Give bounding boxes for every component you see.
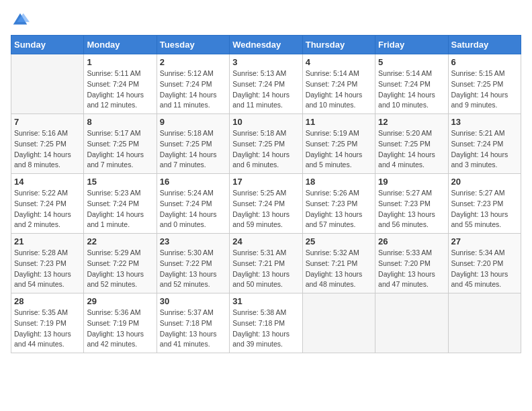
day-number: 23 (160, 236, 226, 246)
day-info: Sunrise: 5:14 AMSunset: 7:24 PMDaylight:… (306, 68, 372, 111)
day-number: 14 (14, 177, 81, 187)
header-thursday: Thursday (302, 36, 375, 54)
calendar-cell: 11Sunrise: 5:19 AMSunset: 7:25 PMDayligh… (302, 114, 375, 174)
calendar-body: 1Sunrise: 5:11 AMSunset: 7:24 PMDaylight… (11, 54, 521, 353)
calendar-week-3: 14Sunrise: 5:22 AMSunset: 7:24 PMDayligh… (11, 174, 521, 234)
day-info: Sunrise: 5:25 AMSunset: 7:24 PMDaylight:… (232, 188, 299, 230)
day-number: 12 (378, 117, 445, 127)
calendar-cell: 22Sunrise: 5:29 AMSunset: 7:22 PMDayligh… (84, 234, 157, 293)
calendar-cell (302, 293, 375, 353)
day-info: Sunrise: 5:16 AMSunset: 7:25 PMDaylight:… (14, 128, 81, 171)
calendar-cell: 15Sunrise: 5:23 AMSunset: 7:24 PMDayligh… (84, 174, 157, 234)
day-info: Sunrise: 5:26 AMSunset: 7:23 PMDaylight:… (306, 188, 372, 230)
day-info: Sunrise: 5:27 AMSunset: 7:23 PMDaylight:… (378, 188, 445, 230)
day-number: 7 (14, 117, 81, 127)
day-info: Sunrise: 5:31 AMSunset: 7:21 PMDaylight:… (232, 248, 299, 290)
header-saturday: Saturday (448, 36, 521, 54)
day-info: Sunrise: 5:19 AMSunset: 7:25 PMDaylight:… (306, 128, 372, 171)
day-number: 27 (451, 236, 518, 246)
header-tuesday: Tuesday (157, 36, 229, 54)
day-number: 18 (306, 177, 372, 187)
day-number: 21 (14, 236, 81, 246)
day-number: 3 (232, 57, 299, 67)
day-info: Sunrise: 5:14 AMSunset: 7:24 PMDaylight:… (378, 68, 445, 111)
logo-icon (11, 11, 30, 30)
calendar-week-4: 21Sunrise: 5:28 AMSunset: 7:23 PMDayligh… (11, 234, 521, 293)
header-sunday: Sunday (11, 36, 84, 54)
day-info: Sunrise: 5:37 AMSunset: 7:18 PMDaylight:… (160, 308, 226, 350)
day-number: 17 (232, 177, 299, 187)
day-info: Sunrise: 5:17 AMSunset: 7:25 PMDaylight:… (87, 128, 153, 171)
day-info: Sunrise: 5:38 AMSunset: 7:18 PMDaylight:… (232, 308, 299, 350)
day-info: Sunrise: 5:18 AMSunset: 7:25 PMDaylight:… (232, 128, 299, 171)
calendar-cell: 3Sunrise: 5:13 AMSunset: 7:24 PMDaylight… (230, 54, 302, 114)
day-number: 26 (378, 236, 445, 246)
day-number: 25 (306, 236, 372, 246)
day-info: Sunrise: 5:23 AMSunset: 7:24 PMDaylight:… (87, 188, 153, 230)
day-info: Sunrise: 5:29 AMSunset: 7:22 PMDaylight:… (87, 248, 153, 290)
day-number: 6 (451, 57, 518, 67)
day-info: Sunrise: 5:24 AMSunset: 7:24 PMDaylight:… (160, 188, 226, 230)
day-number: 19 (378, 177, 445, 187)
calendar-cell: 4Sunrise: 5:14 AMSunset: 7:24 PMDaylight… (302, 54, 375, 114)
day-number: 24 (232, 236, 299, 246)
day-number: 30 (160, 296, 226, 306)
calendar-cell: 30Sunrise: 5:37 AMSunset: 7:18 PMDayligh… (157, 293, 229, 353)
header-wednesday: Wednesday (230, 36, 302, 54)
calendar-cell: 16Sunrise: 5:24 AMSunset: 7:24 PMDayligh… (157, 174, 229, 234)
calendar-cell: 18Sunrise: 5:26 AMSunset: 7:23 PMDayligh… (302, 174, 375, 234)
day-info: Sunrise: 5:35 AMSunset: 7:19 PMDaylight:… (14, 308, 81, 350)
calendar-cell: 20Sunrise: 5:27 AMSunset: 7:23 PMDayligh… (448, 174, 521, 234)
day-number: 5 (378, 57, 445, 67)
calendar-cell: 27Sunrise: 5:34 AMSunset: 7:20 PMDayligh… (448, 234, 521, 293)
calendar-cell: 29Sunrise: 5:36 AMSunset: 7:19 PMDayligh… (84, 293, 157, 353)
calendar-cell: 1Sunrise: 5:11 AMSunset: 7:24 PMDaylight… (84, 54, 157, 114)
day-number: 20 (451, 177, 518, 187)
day-number: 15 (87, 177, 153, 187)
day-number: 16 (160, 177, 226, 187)
calendar-cell: 9Sunrise: 5:18 AMSunset: 7:25 PMDaylight… (157, 114, 229, 174)
header (11, 11, 521, 30)
day-number: 29 (87, 296, 153, 306)
day-info: Sunrise: 5:21 AMSunset: 7:24 PMDaylight:… (451, 128, 518, 171)
calendar-cell (11, 54, 84, 114)
day-number: 1 (87, 57, 153, 67)
day-number: 28 (14, 296, 81, 306)
day-info: Sunrise: 5:30 AMSunset: 7:22 PMDaylight:… (160, 248, 226, 290)
calendar-cell: 6Sunrise: 5:15 AMSunset: 7:25 PMDaylight… (448, 54, 521, 114)
day-number: 9 (160, 117, 226, 127)
calendar-cell: 2Sunrise: 5:12 AMSunset: 7:24 PMDaylight… (157, 54, 229, 114)
day-info: Sunrise: 5:12 AMSunset: 7:24 PMDaylight:… (160, 68, 226, 111)
day-info: Sunrise: 5:13 AMSunset: 7:24 PMDaylight:… (232, 68, 299, 111)
calendar-cell: 7Sunrise: 5:16 AMSunset: 7:25 PMDaylight… (11, 114, 84, 174)
day-info: Sunrise: 5:11 AMSunset: 7:24 PMDaylight:… (87, 68, 153, 111)
calendar-cell: 5Sunrise: 5:14 AMSunset: 7:24 PMDaylight… (375, 54, 448, 114)
day-info: Sunrise: 5:20 AMSunset: 7:25 PMDaylight:… (378, 128, 445, 171)
header-monday: Monday (84, 36, 157, 54)
day-number: 8 (87, 117, 153, 127)
day-number: 11 (306, 117, 372, 127)
day-info: Sunrise: 5:22 AMSunset: 7:24 PMDaylight:… (14, 188, 81, 230)
day-number: 4 (306, 57, 372, 67)
day-info: Sunrise: 5:32 AMSunset: 7:21 PMDaylight:… (306, 248, 372, 290)
calendar-cell: 14Sunrise: 5:22 AMSunset: 7:24 PMDayligh… (11, 174, 84, 234)
calendar-week-5: 28Sunrise: 5:35 AMSunset: 7:19 PMDayligh… (11, 293, 521, 353)
day-info: Sunrise: 5:34 AMSunset: 7:20 PMDaylight:… (451, 248, 518, 290)
calendar-cell: 21Sunrise: 5:28 AMSunset: 7:23 PMDayligh… (11, 234, 84, 293)
header-friday: Friday (375, 36, 448, 54)
calendar-table: Sunday Monday Tuesday Wednesday Thursday… (11, 35, 521, 353)
calendar-cell: 23Sunrise: 5:30 AMSunset: 7:22 PMDayligh… (157, 234, 229, 293)
day-number: 10 (232, 117, 299, 127)
calendar-cell (448, 293, 521, 353)
day-number: 13 (451, 117, 518, 127)
day-info: Sunrise: 5:18 AMSunset: 7:25 PMDaylight:… (160, 128, 226, 171)
day-number: 2 (160, 57, 226, 67)
day-number: 22 (87, 236, 153, 246)
calendar-cell: 8Sunrise: 5:17 AMSunset: 7:25 PMDaylight… (84, 114, 157, 174)
calendar-cell: 19Sunrise: 5:27 AMSunset: 7:23 PMDayligh… (375, 174, 448, 234)
day-info: Sunrise: 5:33 AMSunset: 7:20 PMDaylight:… (378, 248, 445, 290)
day-info: Sunrise: 5:15 AMSunset: 7:25 PMDaylight:… (451, 68, 518, 111)
calendar-cell: 25Sunrise: 5:32 AMSunset: 7:21 PMDayligh… (302, 234, 375, 293)
calendar-header: Sunday Monday Tuesday Wednesday Thursday… (11, 36, 521, 54)
calendar-cell: 17Sunrise: 5:25 AMSunset: 7:24 PMDayligh… (230, 174, 302, 234)
